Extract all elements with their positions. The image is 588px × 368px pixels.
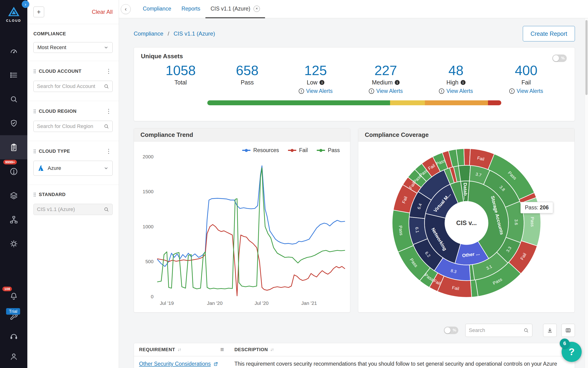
svg-text:500: 500 (145, 259, 154, 264)
filter-panel: + Clear All COMPLIANCE Most Recent CLOUD… (27, 0, 119, 368)
search-icon (104, 83, 109, 89)
alert-icon: ! (439, 88, 444, 94)
sidebar-item-governance[interactable] (0, 111, 27, 135)
cloud-type-select[interactable]: Azure (33, 161, 113, 176)
kebab-menu-icon[interactable]: ⋮ (105, 68, 113, 74)
user-icon (9, 352, 18, 361)
app-sidebar: CLOUD 9999+ (0, 0, 27, 368)
scrollbar-thumb[interactable] (585, 20, 588, 95)
close-tab-icon[interactable]: × (254, 6, 260, 12)
svg-text:0: 0 (151, 294, 154, 299)
headset-icon (9, 332, 18, 341)
azure-icon (37, 165, 44, 172)
layers-icon (9, 191, 18, 200)
trend-chart-area[interactable]: Resources Fail Pass 0500100015002000Jul … (134, 142, 350, 312)
sidebar-item-tools[interactable]: Trial (0, 306, 27, 326)
requirement-text: Other Security Considerations (139, 360, 211, 368)
main-content: ‹ Compliance Reports CIS v1.1 (Azure) × … (119, 0, 588, 368)
column-label: REQUIREMENT (139, 347, 175, 352)
bar-segment-pass (207, 100, 390, 105)
column-menu-icon[interactable]: ≡ (220, 346, 224, 353)
sidebar-item-dashboard[interactable] (0, 39, 27, 63)
breadcrumb-current-link[interactable]: CIS v1.1 (Azure) (174, 30, 215, 37)
legend-marker (288, 150, 296, 151)
download-button[interactable] (543, 324, 557, 337)
alert-icon: ! (509, 88, 515, 94)
create-report-button[interactable]: Create Report (523, 26, 575, 41)
cloud-account-search-input[interactable] (37, 83, 104, 89)
notifications-count-badge: 108 (2, 286, 12, 291)
info-icon[interactable]: i (461, 80, 465, 85)
toggle-percent-label: % (453, 328, 456, 333)
trend-card-title: Compliance Trend (140, 131, 193, 138)
view-alerts-link-fail[interactable]: View Alerts (517, 88, 543, 94)
toggle-knob (445, 327, 451, 333)
bell-icon (9, 292, 18, 300)
drag-handle-icon[interactable] (33, 192, 36, 197)
coverage-chart-area[interactable]: Datab...Storage AccountsOther ...Network… (358, 142, 574, 312)
add-filter-button[interactable]: + (33, 7, 44, 17)
table-search-input[interactable] (469, 327, 523, 333)
svg-text:Jul '19: Jul '19 (160, 300, 174, 306)
gauge-icon (9, 47, 18, 55)
sidebar-item-topology[interactable] (0, 208, 27, 232)
sidebar-item-notifications[interactable]: 108 (0, 286, 27, 306)
download-icon (547, 327, 553, 333)
coverage-sunburst-chart[interactable]: Datab...Storage AccountsOther ...Network… (387, 143, 546, 303)
legend-item-fail[interactable]: Fail (288, 147, 308, 154)
sidebar-item-inventory[interactable] (0, 63, 27, 87)
sort-select[interactable]: Most Recent (33, 42, 113, 53)
sort-icon[interactable]: ↓↑ (270, 347, 273, 352)
table-toolbar: % (134, 324, 575, 337)
sidebar-item-resources[interactable] (0, 184, 27, 208)
sort-icon[interactable]: ↓↑ (177, 347, 181, 352)
sidebar-item-alerts[interactable]: 9999+ (0, 159, 27, 184)
app-logo[interactable]: CLOUD (6, 6, 21, 37)
sidebar-item-support[interactable] (0, 326, 27, 347)
clear-all-filters-link[interactable]: Clear All (92, 9, 113, 15)
sidebar-item-settings[interactable] (0, 232, 27, 256)
help-button[interactable]: 6 ? (562, 342, 582, 362)
collapse-panel-button[interactable]: ‹ (121, 4, 131, 14)
view-alerts-link-low[interactable]: View Alerts (306, 88, 333, 94)
drag-handle-icon[interactable] (33, 109, 36, 113)
requirement-link[interactable]: Other Security Considerations (139, 360, 218, 368)
chevron-down-icon (104, 166, 109, 171)
svg-text:Datab...: Datab... (463, 183, 468, 200)
standard-search-input[interactable] (37, 206, 104, 212)
tooltip-label: Pass: (525, 204, 538, 211)
info-icon[interactable]: i (319, 80, 324, 85)
panel-expand-button[interactable]: › (22, 0, 29, 8)
drag-handle-icon[interactable] (33, 69, 36, 74)
cloud-region-search-input[interactable] (37, 123, 104, 129)
info-icon[interactable]: i (395, 80, 400, 85)
sidebar-item-profile[interactable] (0, 347, 27, 367)
tab-cis-v11-azure[interactable]: CIS v1.1 (Azure) × (205, 0, 265, 18)
tab-reports[interactable]: Reports (176, 0, 205, 18)
table-percent-toggle[interactable]: % (444, 327, 458, 334)
stat-label: Pass (241, 79, 254, 86)
kebab-menu-icon[interactable]: ⋮ (105, 148, 113, 154)
legend-item-resources[interactable]: Resources (242, 147, 279, 154)
svg-text:1000: 1000 (142, 224, 154, 229)
breadcrumb: Compliance / CIS v1.1 (Azure) (134, 30, 215, 37)
alerts-count-badge: 9999+ (3, 160, 17, 165)
column-settings-button[interactable] (561, 324, 575, 337)
kebab-menu-icon[interactable]: ⋮ (105, 108, 113, 114)
stat-value: 658 (236, 63, 259, 78)
breadcrumb-compliance-link[interactable]: Compliance (134, 30, 163, 37)
filter-label-standard: STANDARD (39, 192, 113, 197)
coverage-card-title: Compliance Coverage (365, 131, 429, 138)
legend-item-pass[interactable]: Pass (317, 147, 340, 154)
stat-value: 400 (515, 63, 537, 78)
drag-handle-icon[interactable] (33, 149, 36, 154)
percent-toggle[interactable]: % (552, 55, 567, 62)
view-alerts-link-high[interactable]: View Alerts (446, 88, 473, 94)
trend-line-chart[interactable]: 0500100015002000Jul '19Jan '20Jul '20Jan… (134, 142, 350, 312)
search-icon (104, 124, 109, 129)
sidebar-item-investigate[interactable] (0, 87, 27, 111)
tab-compliance[interactable]: Compliance (138, 0, 176, 18)
standard-search (33, 204, 113, 215)
view-alerts-link-medium[interactable]: View Alerts (376, 88, 403, 94)
sidebar-item-compliance[interactable] (0, 135, 27, 159)
